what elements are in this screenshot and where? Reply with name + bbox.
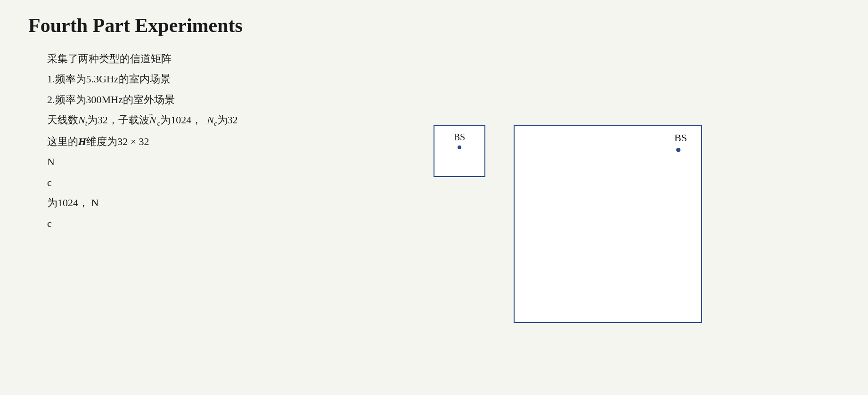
text-section: 采集了两种类型的信道矩阵 1.频率为5.3GHz的室内场景 2.频率为300MH… [28,50,415,235]
line4-mid: 为32，子载波 [87,114,149,126]
line5-prefix: 这里的 [47,136,78,147]
text-line-1: 采集了两种类型的信道矩阵 [47,50,415,67]
large-diagram-box: BS [514,125,702,323]
small-bs-label: BS [454,132,465,143]
text-line-3: 2.频率为300MHz的室外场景 [47,91,415,108]
text-line-4: 天线数Nt为32，子载波N~c为1024， Nc为32 [47,111,415,130]
large-bs-label: BS [674,132,687,144]
diagrams-section: BS BS [434,125,702,323]
nt-symbol: N [78,114,85,126]
text-line-6: N [47,153,415,170]
line4-end: 为1024， [160,114,207,126]
line4-prefix: 天线数 [47,114,78,126]
nc-tilde-symbol: N~ [149,111,156,129]
small-diagram-box: BS [434,125,485,177]
H-symbol: H [78,136,86,147]
content-area: 采集了两种类型的信道矩阵 1.频率为5.3GHz的室内场景 2.频率为300MH… [28,50,840,323]
page-title: Fourth Part Experiments [28,14,840,37]
line5-suffix: 维度为32 × 32 [86,136,149,147]
large-bs-dot [676,148,680,152]
line4-final: 为32 [217,114,238,126]
nc-subscript: c [214,120,217,128]
text-line-5: 这里的H维度为32 × 32 [47,133,415,150]
nc-symbol: N [207,114,214,126]
text-line-8: 为1024， N [47,194,415,211]
text-line-9: c [47,215,415,232]
text-line-2: 1.频率为5.3GHz的室内场景 [47,70,415,88]
text-line-7: c [47,174,415,191]
small-bs-dot [458,145,461,149]
